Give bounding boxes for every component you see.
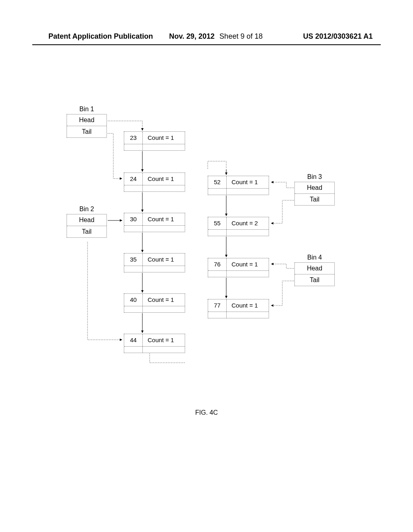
node-52-count: Count = 1 xyxy=(227,176,269,188)
bin-2-tail: Tail xyxy=(67,226,106,237)
bin-2: Bin 2 Head Tail xyxy=(67,206,107,238)
node-23-value: 23 xyxy=(124,132,143,144)
diagram-canvas: Bin 1 Head Tail Bin 2 Head Tail Bin 3 He… xyxy=(0,0,413,532)
node-30-value: 30 xyxy=(124,213,143,225)
bin-3-label: Bin 3 xyxy=(294,173,335,181)
page: Patent Application Publication Nov. 29, … xyxy=(0,0,413,532)
bin-1-head: Head xyxy=(67,114,106,126)
node-76-value: 76 xyxy=(208,258,227,270)
node-35-value: 35 xyxy=(124,254,143,266)
node-77: 77 Count = 1 xyxy=(208,299,269,318)
node-76-count: Count = 1 xyxy=(227,258,269,270)
node-35: 35 Count = 1 xyxy=(124,253,185,272)
node-35-count: Count = 1 xyxy=(143,254,185,266)
node-55: 55 Count = 2 xyxy=(208,217,269,236)
bin-4-label: Bin 4 xyxy=(294,254,335,261)
bin-2-label: Bin 2 xyxy=(67,206,107,213)
bin-3-box: Head Tail xyxy=(294,182,335,206)
node-44-value: 44 xyxy=(124,334,143,346)
node-24-value: 24 xyxy=(124,173,143,185)
bin-2-box: Head Tail xyxy=(67,214,107,238)
node-77-value: 77 xyxy=(208,299,227,312)
node-40: 40 Count = 1 xyxy=(124,293,185,313)
bin-4-head: Head xyxy=(295,263,334,274)
connectors xyxy=(0,0,413,532)
node-40-value: 40 xyxy=(124,294,143,306)
node-40-count: Count = 1 xyxy=(143,294,185,306)
bin-3-head: Head xyxy=(295,182,334,194)
node-24: 24 Count = 1 xyxy=(124,172,185,192)
bin-1-label: Bin 1 xyxy=(67,106,107,113)
bin-1-box: Head Tail xyxy=(67,114,107,138)
bin-3-tail: Tail xyxy=(295,194,334,205)
node-30: 30 Count = 1 xyxy=(124,213,185,232)
bin-4-tail: Tail xyxy=(295,274,334,286)
node-23-count: Count = 1 xyxy=(143,132,185,144)
node-55-value: 55 xyxy=(208,217,227,229)
node-44-count: Count = 1 xyxy=(143,334,185,346)
node-44: 44 Count = 1 xyxy=(124,334,185,353)
bin-4: Bin 4 Head Tail xyxy=(294,254,335,286)
bin-3: Bin 3 Head Tail xyxy=(294,173,335,206)
bin-2-head: Head xyxy=(67,214,106,226)
node-77-count: Count = 1 xyxy=(227,299,269,312)
node-30-count: Count = 1 xyxy=(143,213,185,225)
bin-4-box: Head Tail xyxy=(294,262,335,286)
bin-1: Bin 1 Head Tail xyxy=(67,106,107,138)
bin-1-tail: Tail xyxy=(67,126,106,137)
node-52-value: 52 xyxy=(208,176,227,188)
figure-label: FIG. 4C xyxy=(0,409,413,416)
node-76: 76 Count = 1 xyxy=(208,258,269,277)
node-55-count: Count = 2 xyxy=(227,217,269,229)
node-52: 52 Count = 1 xyxy=(208,176,269,195)
node-23: 23 Count = 1 xyxy=(124,131,185,151)
node-24-count: Count = 1 xyxy=(143,173,185,185)
